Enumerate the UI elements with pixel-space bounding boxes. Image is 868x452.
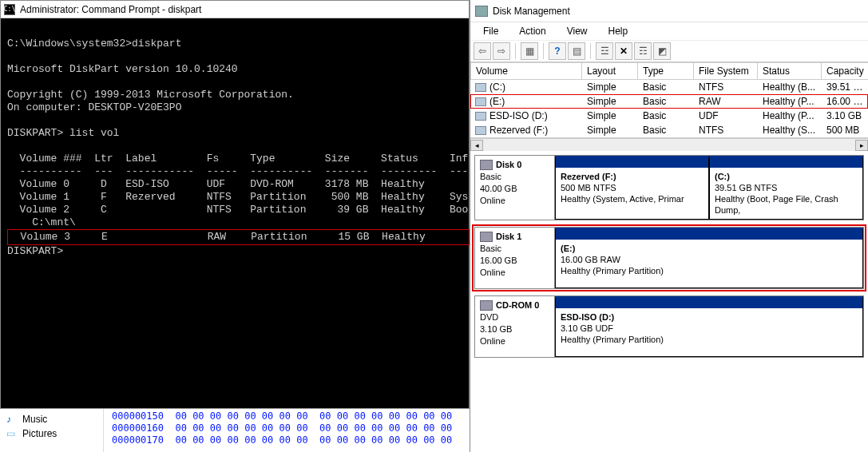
menu-file[interactable]: File [474,24,508,38]
pictures-icon: ▭ [6,428,18,439]
volume-capacity: 3.10 GB [822,109,868,123]
disk-pane[interactable]: CD-ROM 0DVD3.10 GBOnlineESD-ISO (D:)3.10… [474,295,864,358]
scroll-right-button[interactable]: ▸ [855,140,868,151]
disk-state: Online [480,267,549,279]
disk-title: Disk 0 [496,159,521,171]
col-layout[interactable]: Layout [582,62,638,80]
wizard-button[interactable]: ◩ [653,42,671,60]
help-button[interactable]: ? [549,42,566,60]
properties-button[interactable]: ☶ [634,42,652,60]
partition-title: ESD-ISO (D:) [561,311,858,323]
col-filesystem[interactable]: File System [694,62,758,80]
volume-filesystem: NTFS [694,80,758,94]
disk-partitions: (E:)16.00 GB RAWHealthy (Primary Partiti… [555,228,863,288]
delete-button[interactable]: ✕ [615,42,632,60]
cmd-titlebar[interactable]: C:\ Administrator: Command Prompt - disk… [1,1,469,18]
sidebar-item-music[interactable]: ♪ Music [0,412,103,426]
delete-icon: ✕ [620,46,628,57]
volume-capacity: 39.51 GB [822,80,868,94]
volume-icon [475,83,486,92]
refresh-button[interactable]: ▤ [568,42,585,60]
partition[interactable]: (E:)16.00 GB RAWHealthy (Primary Partiti… [555,228,863,288]
wizard-icon: ◩ [658,46,667,57]
partition[interactable]: Rezerved (F:)500 MB NTFSHealthy (System,… [555,156,709,220]
partition-bar [556,299,862,308]
properties-icon: ☶ [639,46,648,57]
disk-graphical-area: Disk 0Basic40.00 GBOnlineRezerved (F:)50… [470,151,868,368]
scroll-left-button[interactable]: ◂ [470,140,483,151]
disk-icon [480,232,493,242]
disk-state: Online [480,335,549,347]
forward-button[interactable]: ⇨ [493,42,510,60]
volume-list-header: Volume Layout Type File System Status Ca… [470,62,868,80]
partition-bar [556,230,862,240]
disk-partitions: ESD-ISO (D:)3.10 GB UDFHealthy (Primary … [555,296,863,357]
volume-filesystem: NTFS [694,123,758,137]
menu-help[interactable]: Help [599,24,638,38]
disk-management-icon [475,6,488,17]
col-status[interactable]: Status [758,62,822,80]
show-hide-button[interactable]: ▦ [521,42,538,60]
volume-icon [475,97,486,106]
volume-status: Healthy (P... [758,94,822,109]
volume-layout: Simple [582,109,638,123]
volume-type: Basic [638,80,694,94]
partition-size: 500 MB NTFS [561,182,704,193]
settings-button[interactable]: ☲ [596,42,613,60]
arrow-right-icon: ⇨ [497,46,505,57]
cmd-highlighted-volume: Volume 3 E RAW Partition 15 GB Healthy [7,229,470,245]
col-capacity[interactable]: Capacity [822,62,868,80]
disk-title: CD-ROM 0 [496,299,539,311]
volume-name: ESD-ISO (D:) [489,110,548,121]
volume-type: Basic [638,94,694,109]
col-type[interactable]: Type [638,62,694,80]
volume-row[interactable]: ESD-ISO (D:)SimpleBasicUDFHealthy (P...3… [470,109,868,123]
volume-row[interactable]: Rezerved (F:)SimpleBasicNTFSHealthy (S..… [470,123,868,137]
arrow-left-icon: ⇦ [478,46,486,57]
volume-name: (C:) [489,81,505,93]
col-volume[interactable]: Volume [470,62,582,80]
partition[interactable]: (C:)39.51 GB NTFSHealthy (Boot, Page Fil… [709,156,863,220]
volume-name: (E:) [489,96,505,107]
volume-type: Basic [638,123,694,137]
menu-view[interactable]: View [557,24,597,38]
disk-pane[interactable]: Disk 1Basic16.00 GBOnline(E:)16.00 GB RA… [474,227,864,289]
volume-row[interactable]: (C:)SimpleBasicNTFSHealthy (B...39.51 GB [470,80,868,94]
volume-layout: Simple [582,94,638,109]
partition-status: Healthy (Primary Partition) [561,265,858,276]
toolbar-separator [543,43,544,59]
sidebar-item-pictures[interactable]: ▭ Pictures [0,426,103,441]
dm-titlebar[interactable]: Disk Management [470,0,868,22]
partition-size: 16.00 GB RAW [561,254,858,265]
disk-size: 3.10 GB [480,323,549,335]
list-icon: ☲ [600,46,609,57]
scroll-track[interactable] [483,140,855,151]
menu-action[interactable]: Action [509,24,555,38]
disk-kind: Basic [480,243,549,255]
panel-icon: ▦ [525,46,534,57]
toolbar-separator [515,43,516,59]
volume-row[interactable]: (E:)SimpleBasicRAWHealthy (P...16.00 GB [470,94,868,109]
music-icon: ♪ [6,414,18,425]
command-prompt-window: C:\ Administrator: Command Prompt - disk… [0,0,470,409]
disk-kind: DVD [480,311,549,323]
volume-layout: Simple [582,80,638,94]
cmd-lines-post: DISKPART> [7,245,63,257]
cmd-output[interactable]: C:\Windows\system32>diskpart Microsoft D… [1,18,469,264]
dm-menubar: File Action View Help [470,22,868,40]
volume-filesystem: UDF [694,109,758,123]
partition-status: Healthy (Boot, Page File, Crash Dump, [715,193,858,216]
partition[interactable]: ESD-ISO (D:)3.10 GB UDFHealthy (Primary … [555,296,863,357]
explorer-sidebar: ♪ Music ▭ Pictures [0,409,104,452]
cmd-title: Administrator: Command Prompt - diskpart [20,4,201,15]
disk-pane[interactable]: Disk 0Basic40.00 GBOnlineRezerved (F:)50… [474,155,864,220]
volume-list-scrollbar[interactable]: ◂ ▸ [470,138,868,151]
sidebar-item-label: Music [22,414,47,425]
volume-capacity: 16.00 GB [822,94,868,109]
back-button[interactable]: ⇦ [474,42,491,60]
volume-icon [475,126,486,135]
partition-bar [556,158,708,168]
partition-size: 39.51 GB NTFS [715,182,858,193]
volume-filesystem: RAW [694,94,758,109]
help-icon: ? [554,46,560,57]
